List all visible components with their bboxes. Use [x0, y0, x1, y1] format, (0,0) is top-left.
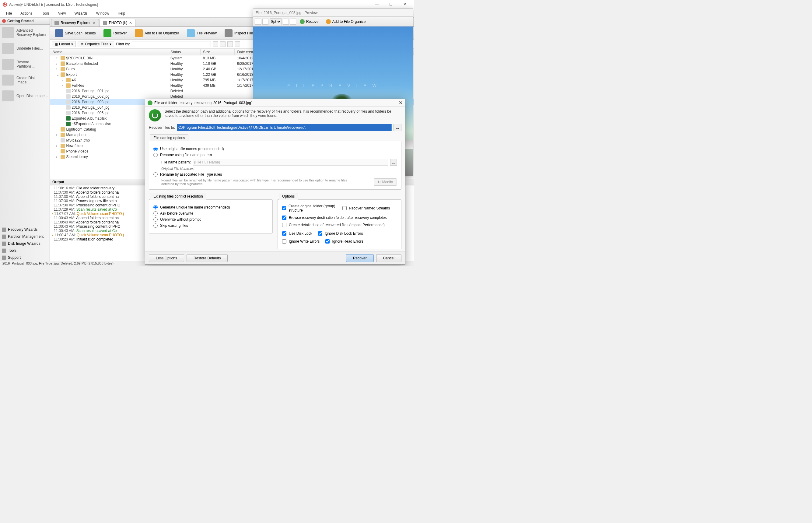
recover-to-input[interactable] [177, 124, 392, 131]
column-header[interactable]: Name [50, 49, 168, 55]
column-header[interactable]: Size [201, 49, 235, 55]
fit-button[interactable] [283, 19, 289, 25]
sidebar-bottom-2[interactable]: Disk Image Wizards [0, 240, 50, 247]
save-icon [55, 29, 63, 37]
column-header[interactable]: Status [168, 49, 201, 55]
expand-icon[interactable]: › [56, 67, 59, 71]
file-name: 2016_Portugal_004.jpg [72, 105, 110, 110]
file-name: Barcelona Selected [66, 61, 98, 66]
menu-tools[interactable]: Tools [37, 10, 54, 17]
minimize-button[interactable]: ― [370, 0, 384, 9]
tab-0[interactable]: Recovery Explorer✕ [51, 19, 99, 26]
tab-close-icon[interactable]: ✕ [93, 21, 96, 25]
less-options-button[interactable]: Less Options [149, 254, 184, 262]
layout-dropdown[interactable]: ▦Layout▾ [52, 41, 76, 47]
expand-icon[interactable]: › [56, 144, 59, 148]
expand-icon[interactable]: › [56, 61, 59, 66]
expand-icon[interactable]: › [56, 56, 59, 60]
close-button[interactable]: ✕ [398, 0, 411, 9]
organize-dropdown[interactable]: ⚙Organize Files▾ [78, 41, 114, 47]
sidebar-bottom-3[interactable]: Tools [0, 247, 50, 254]
chevron-down-icon: ▾ [71, 42, 73, 46]
filter-label: Filter by: [116, 42, 130, 46]
disk-lock-check[interactable] [282, 231, 287, 236]
sidebar-icon [2, 43, 14, 54]
rename-by-type-label: Rename by associated File Type rules [160, 172, 222, 177]
options-tab[interactable]: Options [279, 193, 298, 200]
sidebar-item-2[interactable]: Restore Partitions... [0, 56, 50, 72]
sidebar: Getting Started Advanced Recovery Explor… [0, 18, 50, 261]
cancel-button[interactable]: Cancel [376, 254, 402, 262]
ask-overwrite-radio[interactable] [153, 211, 158, 216]
expand-icon[interactable]: ⌄ [56, 72, 59, 77]
ignore-lock-check[interactable] [318, 231, 322, 236]
expand-icon[interactable]: › [56, 149, 59, 154]
preview-add-organizer-button[interactable]: Add to File Organizer [324, 19, 369, 25]
modify-button[interactable]: ↻Modify [374, 178, 397, 186]
naming-tab[interactable]: File naming options [150, 134, 188, 141]
file-name: 2016_Portugal_002.jpg [72, 94, 110, 98]
filter-tool3-icon[interactable] [235, 41, 240, 47]
conflict-tab[interactable]: Existing files conflict resolution [150, 193, 206, 200]
restore-defaults-button[interactable]: Restore Defaults [187, 254, 228, 262]
menu-wizards[interactable]: Wizards [70, 10, 92, 17]
sidebar-bottom-0[interactable]: Recovery Wizards [0, 226, 50, 233]
sidebar-item-1[interactable]: Undelete Files... [0, 40, 50, 56]
dialog-title-bar: File and folder recovery: recovering '20… [145, 99, 405, 107]
browse-button[interactable]: ... [393, 124, 402, 131]
ignore-read-check[interactable] [325, 239, 330, 244]
file-name: New folder [66, 144, 84, 148]
recover-confirm-button[interactable]: Recover [346, 254, 374, 262]
filter-tool2-icon[interactable] [227, 41, 233, 47]
expand-icon[interactable]: › [56, 155, 59, 159]
add-to-organizer-button[interactable]: Add to File Organizer [131, 28, 182, 39]
menu-file[interactable]: File [2, 10, 16, 17]
app-icon [2, 19, 6, 23]
menu-actions[interactable]: Actions [16, 10, 37, 17]
rename-pattern-radio[interactable] [153, 153, 158, 157]
menu-help[interactable]: Help [113, 10, 130, 17]
file-preview-button[interactable]: File Preview [184, 28, 220, 39]
recover-button[interactable]: Recover [100, 28, 130, 39]
file-name: 2016_Portugal_003.jpg [72, 100, 110, 104]
preview-title: File: 2016_Portugal_003.jpg - Preview [256, 11, 317, 15]
browse-after-check[interactable] [282, 216, 287, 220]
expand-icon[interactable]: › [62, 78, 65, 82]
original-names-radio[interactable] [153, 147, 158, 151]
sidebar-item-0[interactable]: Advanced Recovery Explorer [0, 25, 50, 40]
expand-icon[interactable]: › [62, 84, 65, 88]
ignore-write-check[interactable] [282, 239, 287, 244]
named-streams-check[interactable] [343, 206, 347, 210]
unique-name-radio[interactable] [153, 205, 158, 210]
sidebar-bottom-1[interactable]: Partition Management [0, 233, 50, 240]
pattern-input[interactable] [193, 159, 388, 166]
sidebar-bottom-4[interactable]: Support [0, 254, 50, 261]
menu-window[interactable]: Window [92, 10, 113, 17]
sidebar-item-4[interactable]: Open Disk Image... [0, 88, 50, 104]
overwrite-radio[interactable] [153, 217, 158, 222]
rename-by-type-radio[interactable] [153, 172, 158, 177]
tab-icon [54, 21, 59, 25]
expand-icon[interactable]: › [56, 133, 59, 137]
find-icon[interactable] [213, 41, 218, 47]
font-size-select[interactable]: 8pt [270, 18, 281, 25]
tab-1[interactable]: PHOTO (I:)✕ [99, 19, 135, 26]
folder-structure-check[interactable] [282, 206, 286, 210]
detailed-log-check[interactable] [282, 223, 287, 227]
dialog-close-button[interactable]: ✕ [399, 100, 403, 106]
hex-view-button[interactable] [262, 19, 269, 25]
sidebar-header[interactable]: Getting Started [0, 18, 50, 25]
filter-input[interactable] [132, 41, 211, 47]
menu-view[interactable]: View [54, 10, 70, 17]
filter-tool-icon[interactable] [220, 41, 225, 47]
pattern-browse-button[interactable]: ... [390, 159, 397, 166]
expand-icon[interactable]: › [56, 127, 59, 131]
preview-recover-button[interactable]: Recover [297, 19, 322, 25]
tab-close-icon[interactable]: ✕ [129, 21, 132, 25]
sidebar-item-3[interactable]: Create Disk Image... [0, 72, 50, 88]
icon-view-button[interactable] [255, 19, 261, 25]
skip-radio[interactable] [153, 223, 158, 228]
maximize-button[interactable]: ☐ [384, 0, 398, 9]
zoom-button[interactable] [290, 19, 296, 25]
save-scan-button[interactable]: Save Scan Results [52, 28, 99, 39]
